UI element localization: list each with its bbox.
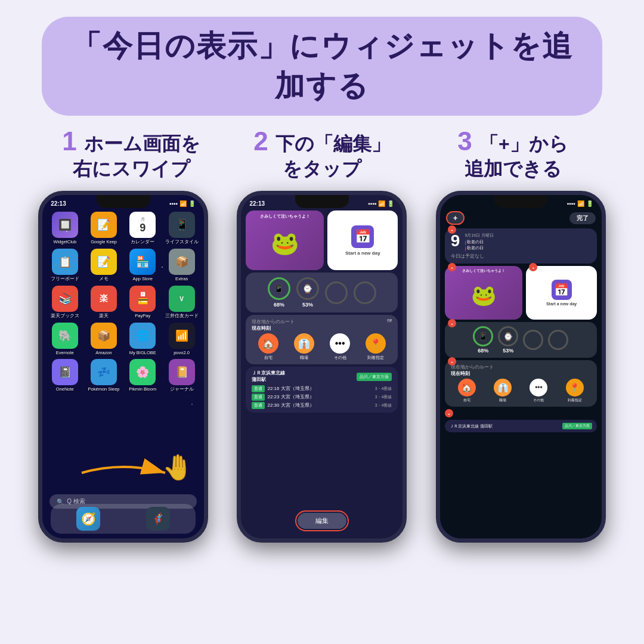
edit-button-area[interactable]: 編集	[295, 510, 349, 531]
widget-minus-battery[interactable]: -	[448, 319, 456, 327]
phone3-battery-widget: - 📱 68% ⌚ 53%	[445, 322, 597, 358]
step-2-label: 2 下の「編集」をタップ	[236, 126, 408, 181]
cal-event-2: 歌老の日	[467, 245, 484, 251]
calendar-widget: 📅 Start a new day	[327, 210, 398, 270]
widget-minus-cal[interactable]: -	[448, 225, 456, 234]
plus-button[interactable]: +	[446, 211, 465, 225]
frog-emoji: 🐸	[271, 230, 299, 256]
edit-button[interactable]: 編集	[298, 513, 346, 529]
phone2-notch	[295, 195, 349, 208]
map-title: 現在地からのルート	[252, 318, 295, 325]
phone3-map-widget: - 現在地からのルート 現在時刻 🏠 自宅 👔 職場	[445, 360, 597, 407]
calendar-icon: 📅	[351, 225, 374, 248]
widget-content: さみしくて泣いちゃうよ！ 🐸 📅 Start a new day 📱 68%	[241, 208, 402, 415]
battery-pct-1: 68%	[274, 302, 284, 308]
phone3-calendar-widget: - 📅 Start a new day	[526, 266, 597, 320]
cal-date-num: 9	[451, 233, 460, 249]
phone-3: ▪▪▪▪📶🔋 + 完了 - 9	[436, 191, 606, 543]
step-2-num: 2	[253, 126, 275, 156]
steps-row: 1 ホーム画面を右にスワイプ 2 下の「編集」をタップ 3 「+」から追加できる	[36, 126, 608, 181]
frog-label: さみしくて泣いちゃうよ！	[246, 213, 324, 219]
map-subtitle: 現在時刻	[252, 325, 295, 332]
step-2-text: 下の「編集」をタップ	[275, 133, 391, 179]
phone-2: 22:13 ▪▪▪▪📶🔋 さみしくて泣いちゃうよ！ 🐸 📅 Start a ne…	[237, 191, 407, 543]
calendar-text: Start a new day	[345, 250, 380, 256]
battery-icon: 🔋	[188, 200, 196, 207]
widget-minus-frog[interactable]: -	[448, 263, 456, 271]
step-3-label: 3 「+」から追加できる	[426, 126, 599, 181]
battery-widget: 📱 68% ⌚ 53%	[246, 273, 398, 312]
cal-month-day: 9月16日 月曜日	[465, 233, 494, 239]
cal-event-1: 歌老の日	[467, 239, 484, 245]
signal-icon: ▪▪▪▪	[169, 200, 178, 207]
no-schedule: 今日は予定なし	[451, 253, 591, 259]
step-3-num: 3	[457, 126, 479, 156]
phone3-frog-widget: さみしくて泣いちゃうよ！ 🐸	[445, 266, 523, 320]
phone-dock: 🧭 🦸	[51, 504, 196, 534]
widget-minus-map[interactable]: -	[448, 357, 456, 366]
dock-char[interactable]: 🦸	[146, 507, 170, 531]
phone3-notch	[494, 195, 547, 208]
phone-1: 22:13 ▪▪▪▪ 📶 🔋 🔲 WidgetClub 📝 Google Kee…	[38, 191, 208, 543]
battery-pct-2: 53%	[302, 302, 313, 308]
phone3-top-widgets: - さみしくて泣いちゃうよ！ 🐸 - 📅 Start a new day	[445, 266, 597, 320]
phone-notch	[97, 195, 150, 208]
step-1-text: ホーム画面を右にスワイプ	[73, 133, 200, 179]
top-widgets: さみしくて泣いちゃうよ！ 🐸 📅 Start a new day	[246, 210, 398, 270]
page-title: 「今日の表示」にウィジェットを追加する	[66, 26, 578, 106]
time-display: 22:13	[51, 200, 66, 207]
phone2-time: 22:13	[249, 200, 265, 207]
frog-widget: さみしくて泣いちゃうよ！ 🐸	[246, 210, 324, 270]
cal-summary-widget: - 9 9月16日 月曜日 |歌老の日 |歌老の日 今日は予定なし	[445, 228, 597, 264]
map-widget: 現在地からのルート 現在時刻 🗺 🏠 自宅 👔 職場	[246, 315, 398, 364]
step-3-text: 「+」から追加できる	[465, 133, 568, 179]
widget-minus-cal2[interactable]: -	[529, 263, 537, 271]
phone3-train-bottom: ＪＲ京浜東北線 蒲田駅 品川／東京方面	[445, 420, 597, 432]
dock-safari[interactable]: 🧭	[76, 507, 100, 531]
wifi-icon: 📶	[179, 200, 187, 207]
step-1-num: 1	[62, 126, 84, 156]
edit-top-bar: + 完了	[440, 209, 602, 227]
widget-minus-bottom[interactable]: -	[445, 409, 453, 417]
phones-row: 22:13 ▪▪▪▪ 📶 🔋 🔲 WidgetClub 📝 Google Kee…	[24, 191, 620, 543]
done-button[interactable]: 完了	[569, 212, 596, 224]
train-widget: ＪＲ京浜東北線蒲田駅 品川／東京方面 普通 22:16 大宮（埼玉県） 3・4番…	[246, 367, 398, 413]
step-1-label: 1 ホーム画面を右にスワイプ	[45, 126, 218, 181]
title-banner: 「今日の表示」にウィジェットを追加する	[42, 17, 602, 116]
hand-cursor: 🤚	[162, 453, 193, 482]
